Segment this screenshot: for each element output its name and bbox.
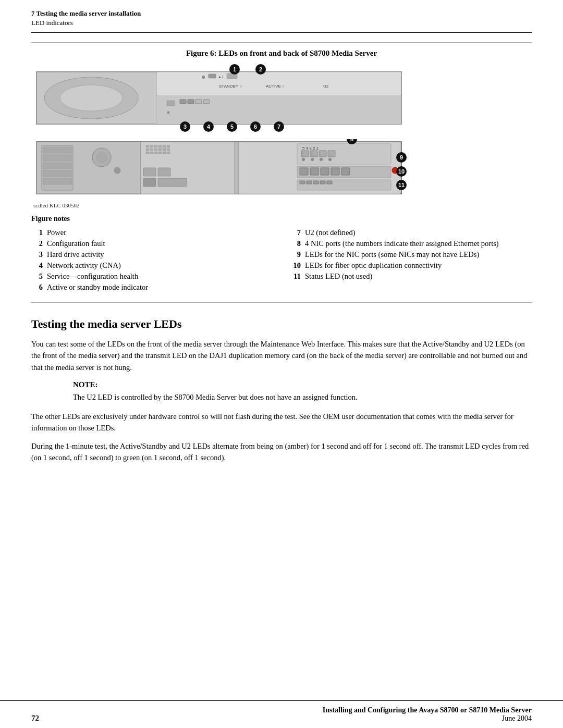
notes-grid: 1 Power 2 Configuration fault 3 Hard dri… xyxy=(31,227,532,293)
svg-text:ACTIVE ○: ACTIVE ○ xyxy=(266,84,285,89)
svg-rect-18 xyxy=(195,100,202,104)
svg-text:STANDBY ○: STANDBY ○ xyxy=(219,84,242,89)
svg-rect-68 xyxy=(235,142,239,194)
svg-rect-54 xyxy=(154,149,157,151)
svg-point-3 xyxy=(60,85,123,111)
svg-rect-39 xyxy=(43,163,72,169)
testing-para1: You can test some of the LEDs on the fro… xyxy=(31,338,532,373)
page-header: 7 Testing the media server installation … xyxy=(0,0,563,29)
svg-point-6 xyxy=(202,76,205,79)
note-num-2: 2 xyxy=(31,239,43,248)
svg-point-44 xyxy=(114,167,120,174)
note-num-5: 5 xyxy=(31,272,43,281)
note-text-3: Hard drive activity xyxy=(47,250,274,259)
note-num-8: 8 xyxy=(289,239,301,248)
note-row-4: 4 Network activity (CNA) xyxy=(31,260,274,271)
note-row-5: 5 Service—configuration health xyxy=(31,271,274,282)
note-text-9: LEDs for the NIC ports (some NICs may no… xyxy=(305,250,532,259)
note-text-1: Power xyxy=(47,228,274,237)
note-text-11: Status LED (not used) xyxy=(305,272,532,281)
svg-rect-84 xyxy=(331,168,339,175)
footer-page-num: 72 xyxy=(31,714,39,723)
note-text-7: U2 (not defined) xyxy=(305,228,532,237)
note-content: The U2 LED is controlled by the S8700 Me… xyxy=(73,391,532,403)
svg-rect-63 xyxy=(167,152,170,154)
front-server-diagram: ▲1 STANDBY ○ ACTIVE ○ U2 ⊕ xyxy=(31,64,407,132)
chapter-title: 7 Testing the media server installation xyxy=(31,9,532,18)
diagram-container: ▲1 STANDBY ○ ACTIVE ○ U2 ⊕ xyxy=(31,64,532,208)
svg-text:3: 3 xyxy=(183,124,187,130)
svg-rect-73 xyxy=(310,151,317,157)
svg-rect-72 xyxy=(301,151,309,157)
svg-text:5  4  3  2  1: 5 4 3 2 1 xyxy=(302,146,319,151)
note-text-4: Network activity (CNA) xyxy=(47,261,274,270)
figure-section: Figure 6: LEDs on front and back of S870… xyxy=(31,42,532,303)
note-row-6: 6 Active or standby mode indicator xyxy=(31,282,274,293)
svg-rect-51 xyxy=(167,145,170,147)
note-block: NOTE: The U2 LED is controlled by the S8… xyxy=(73,380,532,403)
svg-text:7: 7 xyxy=(277,124,280,130)
svg-point-77 xyxy=(311,158,314,161)
svg-rect-48 xyxy=(154,145,157,147)
svg-text:▲1: ▲1 xyxy=(218,75,224,79)
svg-rect-38 xyxy=(43,155,72,161)
svg-rect-52 xyxy=(146,149,149,151)
note-num-7: 7 xyxy=(289,228,301,237)
svg-rect-65 xyxy=(158,168,170,176)
note-num-4: 4 xyxy=(31,261,43,270)
svg-rect-64 xyxy=(143,168,156,176)
note-num-9: 9 xyxy=(289,250,301,259)
svg-rect-47 xyxy=(150,145,153,147)
note-row-11: 11 Status LED (not used) xyxy=(289,271,532,282)
note-row-3: 3 Hard drive activity xyxy=(31,249,274,260)
main-content: Figure 6: LEDs on front and back of S870… xyxy=(0,33,563,700)
svg-rect-67 xyxy=(158,178,187,187)
svg-point-76 xyxy=(302,158,305,161)
svg-rect-49 xyxy=(158,145,162,147)
svg-text:11: 11 xyxy=(398,182,405,188)
svg-rect-62 xyxy=(163,152,166,154)
notes-left-col: 1 Power 2 Configuration fault 3 Hard dri… xyxy=(31,227,274,293)
footer-book-title: Installing and Configuring the Avaya S87… xyxy=(323,706,532,714)
svg-rect-90 xyxy=(320,181,325,184)
svg-rect-87 xyxy=(300,181,305,184)
svg-rect-89 xyxy=(313,181,319,184)
svg-point-78 xyxy=(320,158,323,161)
footer-title: Installing and Configuring the Avaya S87… xyxy=(323,706,532,723)
page-footer: 72 Installing and Configuring the Avaya … xyxy=(0,700,563,728)
svg-text:2: 2 xyxy=(259,66,262,72)
note-text-10: LEDs for fiber optic duplication connect… xyxy=(305,261,532,270)
svg-text:5: 5 xyxy=(230,124,234,130)
svg-text:8: 8 xyxy=(350,139,353,142)
svg-rect-53 xyxy=(150,149,153,151)
svg-rect-57 xyxy=(167,149,170,151)
svg-rect-55 xyxy=(158,149,162,151)
svg-rect-16 xyxy=(180,100,186,104)
figure-title: Figure 6: LEDs on front and back of S870… xyxy=(31,49,532,58)
testing-para3: During the 1-minute test, the Active/Sta… xyxy=(31,440,532,464)
svg-rect-60 xyxy=(154,152,157,154)
svg-rect-59 xyxy=(150,152,153,154)
svg-rect-37 xyxy=(43,147,72,153)
note-text-5: Service—configuration health xyxy=(47,272,274,281)
footer-date: June 2004 xyxy=(323,714,532,723)
svg-point-43 xyxy=(96,152,107,163)
note-num-10: 10 xyxy=(289,261,301,270)
note-row-10: 10 LEDs for fiber optic duplication conn… xyxy=(289,260,532,271)
svg-text:10: 10 xyxy=(398,168,405,175)
svg-text:6: 6 xyxy=(254,124,257,130)
svg-rect-75 xyxy=(328,151,335,157)
svg-rect-91 xyxy=(327,181,332,184)
svg-rect-88 xyxy=(307,181,312,184)
figure-notes: Figure notes 1 Power 2 Configuration fau… xyxy=(31,215,532,293)
note-row-8: 8 4 NIC ports (the numbers indicate thei… xyxy=(289,238,532,249)
note-num-11: 11 xyxy=(289,272,301,281)
note-text-2: Configuration fault xyxy=(47,239,274,248)
svg-point-79 xyxy=(328,158,332,161)
testing-section-title: Testing the media server LEDs xyxy=(31,317,532,331)
svg-rect-41 xyxy=(43,178,72,184)
note-label: NOTE: xyxy=(73,380,532,389)
svg-rect-19 xyxy=(203,100,210,104)
svg-rect-58 xyxy=(146,152,149,154)
svg-rect-17 xyxy=(188,100,194,104)
